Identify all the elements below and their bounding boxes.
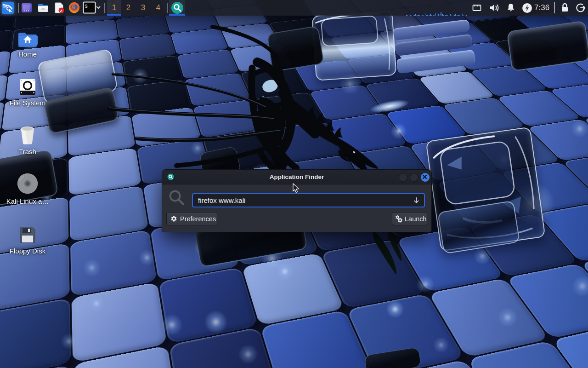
svg-text:$_: $_ [85, 4, 91, 9]
